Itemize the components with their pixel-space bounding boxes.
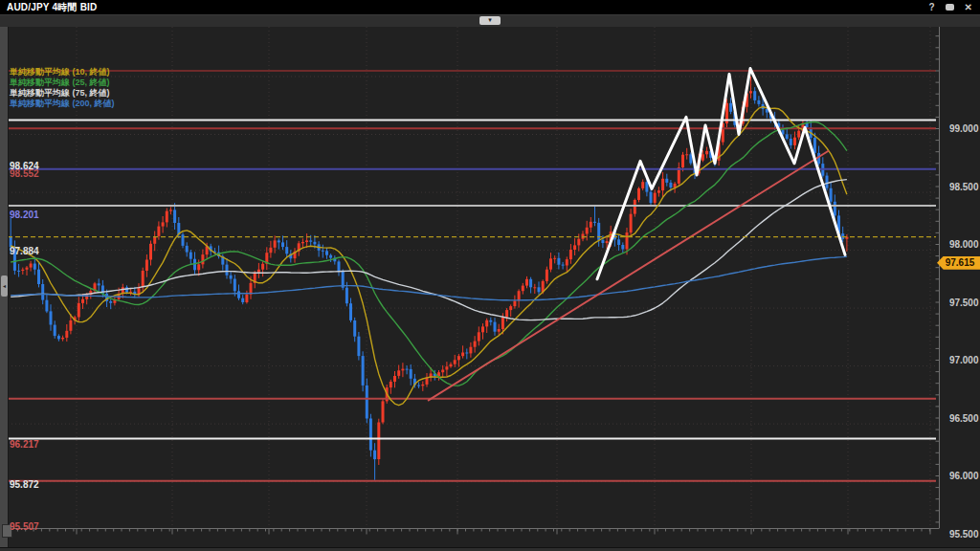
trend-line[interactable] <box>428 151 829 401</box>
y-axis[interactable] <box>936 27 940 528</box>
zigzag-annotation[interactable] <box>597 69 845 279</box>
toolbar-collapse-button[interactable]: ▾ <box>479 16 501 25</box>
panel-collapse-handle[interactable]: ◂ <box>1 276 8 297</box>
scroll-left-button[interactable] <box>2 524 12 538</box>
x-axis[interactable] <box>8 529 940 535</box>
grid <box>8 27 936 528</box>
sma-10-line <box>11 107 847 406</box>
window-bottom-border <box>0 547 980 551</box>
toolbar-strip: ▾ <box>0 14 980 28</box>
chart-area[interactable]: ◂ 97.615 98.62498.55298.20197.88496.2179… <box>0 27 980 551</box>
help-icon[interactable]: ? <box>929 0 935 14</box>
left-panel-frame: ◂ <box>0 27 9 548</box>
close-icon[interactable]: ✕ <box>965 0 972 14</box>
maximize-icon[interactable] <box>946 0 954 14</box>
window-controls: ? ✕ <box>929 0 980 14</box>
chart-window: AUD/JPY 4時間 BID ? ✕ ▾ ◂ 97.615 98.62498.… <box>0 0 980 551</box>
sma-25-line <box>11 121 847 386</box>
candles <box>10 77 849 480</box>
price-chart-canvas[interactable] <box>0 27 980 551</box>
window-title: AUD/JPY 4時間 BID <box>0 1 98 14</box>
titlebar[interactable]: AUD/JPY 4時間 BID ? ✕ <box>0 0 980 14</box>
